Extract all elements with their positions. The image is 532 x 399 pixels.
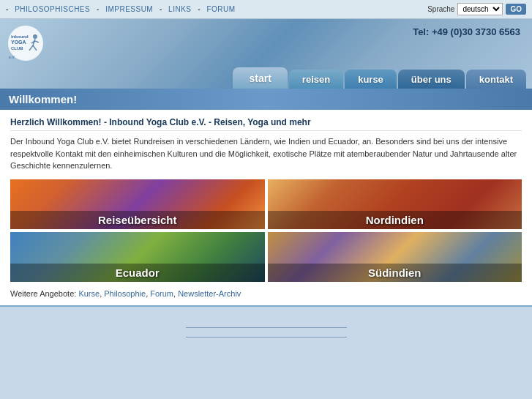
welcome-title: Willkommen! [9, 93, 77, 105]
grid-item-reiseuebersicht[interactable]: Reiseübersicht [10, 179, 265, 229]
svg-text:YOGA: YOGA [11, 40, 26, 45]
reiseuebersicht-label: Reiseübersicht [10, 211, 265, 229]
svg-text:inbound: inbound [11, 34, 29, 39]
further-links: Weitere Angebote: Kurse, Philosophie, Fo… [10, 289, 522, 298]
main-content: Herzlich Willkommen! - Inbound Yoga Club… [0, 110, 532, 307]
further-prefix: Weitere Angebote: [10, 289, 78, 298]
nav-tab-ueber[interactable]: über uns [398, 70, 465, 89]
top-nav-links: - Philosophisches - Impressum - Links - … [6, 5, 240, 13]
phone-value: +49 (0)30 3730 6563 [432, 26, 520, 37]
logo[interactable]: inbound YOGA CLUB e.V. [7, 25, 44, 61]
nav-separator: - [97, 5, 99, 13]
language-selector-area: Sprache deutsch english GO [427, 3, 526, 15]
nav-impressum[interactable]: Impressum [105, 5, 153, 13]
link-newsletter[interactable]: Newsletter-Archiv [178, 289, 241, 298]
page-footer [0, 307, 532, 380]
phone-prefix: Tel: [413, 26, 432, 37]
language-dropdown[interactable]: deutsch english [457, 3, 503, 15]
footer-divider-1 [186, 327, 347, 328]
ecuador-label: Ecuador [10, 264, 265, 282]
nav-links[interactable]: Links [168, 5, 191, 13]
nav-separator: - [198, 5, 200, 13]
nav-tab-kurse[interactable]: kurse [345, 70, 397, 89]
link-forum[interactable]: Forum [150, 289, 173, 298]
svg-text:CLUB: CLUB [11, 46, 23, 51]
nav-separator: - [160, 5, 162, 13]
nordindien-label: Nordindien [268, 211, 522, 229]
nav-separator: - [6, 5, 8, 13]
grid-item-ecuador[interactable]: Ecuador [10, 232, 265, 282]
content-heading: Herzlich Willkommen! - Inbound Yoga Club… [10, 117, 522, 131]
grid-item-nordindien[interactable]: Nordindien [268, 179, 522, 229]
svg-text:e.V.: e.V. [9, 55, 15, 59]
nav-philosophisches[interactable]: Philosophisches [15, 5, 90, 13]
nav-tab-kontakt[interactable]: kontakt [466, 70, 526, 89]
language-label: Sprache [427, 5, 454, 13]
nav-tab-reisen[interactable]: reisen [289, 70, 343, 89]
site-header: inbound YOGA CLUB e.V. Tel: +49 (0)30 37… [0, 19, 532, 89]
go-button[interactable]: GO [506, 4, 526, 15]
grid-item-suedindien[interactable]: Südindien [268, 232, 522, 282]
welcome-bar: Willkommen! [0, 89, 532, 110]
logo-icon: inbound YOGA CLUB e.V. [7, 25, 44, 61]
link-kurse[interactable]: Kurse [78, 289, 100, 298]
svg-point-4 [33, 34, 37, 39]
phone-number: Tel: +49 (0)30 3730 6563 [413, 26, 520, 37]
nav-tab-start[interactable]: start [233, 67, 287, 89]
suedindien-label: Südindien [268, 264, 522, 282]
top-navigation: - Philosophisches - Impressum - Links - … [0, 0, 532, 19]
main-navigation: start reisen kurse über uns kontakt [233, 67, 532, 89]
destination-grid: Reiseübersicht Nordindien Ecuador Südind… [10, 179, 522, 282]
content-body: Der Inbound Yoga Club e.V. bietet Rundre… [10, 135, 522, 172]
nav-forum[interactable]: ForUM [206, 5, 235, 13]
link-philosophie[interactable]: Philosophie [104, 289, 146, 298]
footer-divider-2 [186, 337, 347, 338]
